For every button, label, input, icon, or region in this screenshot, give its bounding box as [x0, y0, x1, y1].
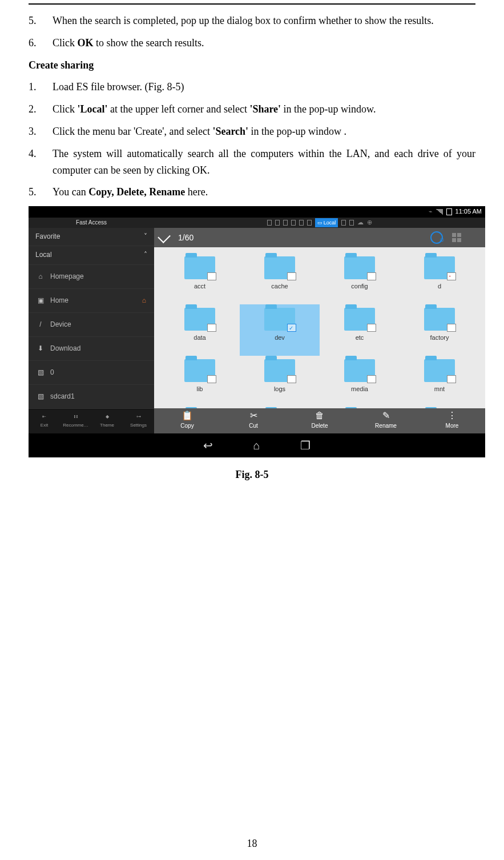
tab-indicator-icon[interactable] — [267, 220, 272, 226]
file-item[interactable]: acct — [160, 253, 240, 304]
sidebar-bottom-icon: ⊶ — [136, 413, 141, 421]
sidebar-bottom-button[interactable]: ⫿⫿Recomme… — [60, 409, 91, 434]
file-item[interactable]: logs — [240, 356, 320, 407]
battery-icon — [446, 208, 452, 215]
file-item[interactable]: media — [320, 356, 400, 407]
bluetooth-icon: ⌁ — [429, 207, 433, 217]
sidebar-item[interactable]: ▧0 — [29, 361, 154, 385]
action-button[interactable]: 📋Copy — [154, 408, 220, 433]
tab-indicator-icon[interactable] — [275, 220, 280, 226]
file-item[interactable]: factory — [400, 304, 479, 356]
list-text: Click the menu bar 'Create', and select … — [53, 123, 475, 140]
file-item[interactable]: cache — [240, 253, 320, 304]
sidebar-bottom-button[interactable]: ◆Theme — [91, 409, 123, 434]
nav-home-icon[interactable]: ⌂ — [253, 436, 260, 455]
tab-indicator-icon[interactable] — [349, 220, 354, 226]
check-icon[interactable] — [158, 230, 171, 243]
list-text: Load ES file browser. (Fig. 8-5) — [53, 79, 475, 95]
list-number: 3. — [29, 123, 53, 140]
action-icon: 📋 — [182, 411, 193, 420]
folder-icon — [264, 256, 295, 279]
figure-caption: Fig. 8-5 — [29, 467, 475, 483]
list-item: 5. When the search is completed, pop up … — [29, 13, 475, 29]
sidebar-item-icon: ▧ — [37, 368, 45, 376]
page-rule — [29, 3, 475, 5]
file-item[interactable]: mnt — [400, 356, 479, 407]
sidebar-item[interactable]: /Device — [29, 313, 154, 337]
file-item[interactable]: dev — [240, 304, 320, 356]
tab-indicator-icon[interactable] — [307, 220, 312, 226]
action-button[interactable]: ✎Rename — [353, 408, 419, 433]
sidebar-item[interactable]: ▧sdcard1 — [29, 385, 154, 409]
sidebar-item-icon: / — [37, 320, 45, 328]
android-statusbar: ⌁ 11:05 AM — [29, 206, 485, 218]
sidebar-item[interactable]: ⬇Download — [29, 337, 154, 361]
action-icon: ✂ — [250, 411, 257, 420]
sidebar-bottom-button[interactable]: ⇤Exit — [29, 409, 60, 434]
folder-icon — [264, 359, 295, 382]
sidebar-bottom-label: Theme — [100, 422, 114, 429]
chevron-down-icon: ˅ — [144, 231, 147, 242]
folder-icon — [424, 256, 455, 279]
sidebar-item[interactable]: ⌂Homepage — [29, 265, 154, 289]
cloud-icon[interactable]: ☁ — [357, 218, 364, 228]
folder-icon — [184, 256, 215, 279]
sidebar-section-local[interactable]: Local ˄ — [29, 246, 154, 264]
sidebar-bottom-icon: ◆ — [106, 413, 109, 421]
tab-indicator-icon[interactable] — [291, 220, 296, 226]
search-globe-icon[interactable] — [430, 231, 443, 244]
tab-indicator-icon[interactable] — [283, 220, 288, 226]
view-toggle-small-icon[interactable] — [452, 233, 461, 242]
list-item: 2.Click 'Local' at the upper left corner… — [29, 101, 475, 118]
file-item[interactable]: data — [160, 304, 240, 356]
action-label: More — [446, 421, 459, 431]
tab-local[interactable]: ▭ Local — [315, 218, 338, 227]
file-item[interactable]: d — [400, 253, 479, 304]
action-icon: ✎ — [382, 411, 390, 420]
sidebar-item-label: Homepage — [50, 271, 84, 282]
file-item[interactable]: lib — [160, 356, 240, 407]
file-label: lib — [196, 384, 203, 395]
file-label: dev — [275, 333, 285, 343]
list-item: 1.Load ES file browser. (Fig. 8-5) — [29, 79, 475, 95]
android-navbar: ↩ ⌂ ❐ — [29, 433, 485, 457]
chevron-up-icon: ˄ — [144, 250, 147, 260]
app-bar: Fast Access ▭ Local ☁ ⊕ — [29, 218, 485, 228]
list-text: When the search is completed, pop up the… — [53, 13, 475, 29]
action-button[interactable]: ✂Cut — [220, 408, 287, 433]
sidebar-bottom-button[interactable]: ⊶Settings — [123, 409, 154, 434]
file-label: config — [351, 282, 368, 292]
file-label: cache — [271, 282, 288, 292]
view-toggle-large-icon[interactable] — [470, 233, 479, 242]
nav-recent-icon[interactable]: ❐ — [300, 436, 311, 455]
sidebar-item[interactable]: ▣Home⌂ — [29, 289, 154, 313]
more-icon[interactable]: ⊕ — [367, 218, 372, 228]
tab-indicator-icon[interactable] — [341, 220, 346, 226]
action-button[interactable]: ⋮More — [419, 408, 485, 433]
sidebar-item-icon: ⌂ — [37, 272, 45, 280]
action-button[interactable]: 🗑Delete — [287, 408, 353, 433]
sidebar-item-label: sdcard1 — [50, 391, 75, 402]
action-label: Delete — [312, 421, 328, 431]
file-item[interactable]: etc — [320, 304, 400, 356]
list-item: 4.The system will automatically search a… — [29, 146, 475, 179]
fast-access-label: Fast Access — [29, 218, 154, 227]
nav-back-icon[interactable]: ↩ — [203, 436, 213, 455]
sidebar-item-icon: ▧ — [37, 392, 45, 400]
file-item[interactable]: config — [320, 253, 400, 304]
file-label: mnt — [434, 384, 445, 395]
folder-icon — [424, 359, 455, 382]
tab-strip: ▭ Local ☁ ⊕ — [154, 218, 485, 228]
home-badge-icon: ⌂ — [142, 295, 146, 306]
page-number: 18 — [6, 835, 498, 852]
sidebar-bottom-icon: ⫿⫿ — [74, 413, 78, 421]
file-label: acct — [194, 282, 205, 292]
tab-indicator-icon[interactable] — [299, 220, 304, 226]
file-label: logs — [274, 384, 285, 395]
sidebar-bottom-icon: ⇤ — [42, 413, 46, 421]
folder-icon — [344, 308, 375, 331]
sidebar-section-favorite[interactable]: Favorite ˅ — [29, 228, 154, 246]
action-label: Rename — [375, 421, 397, 431]
folder-icon — [424, 308, 455, 331]
list-text: Click OK to show the search results. — [53, 35, 475, 51]
